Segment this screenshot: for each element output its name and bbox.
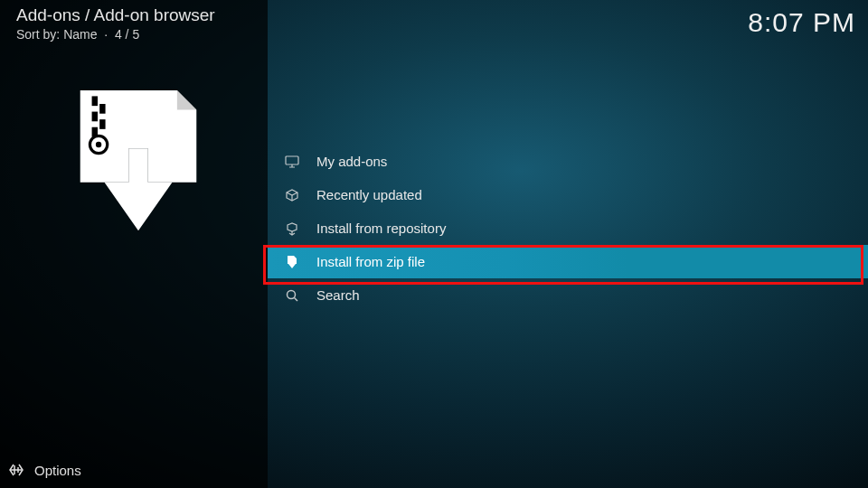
sort-separator: · [100,27,115,42]
repository-icon [284,221,300,237]
zip-file-icon [284,254,300,270]
item-counter: 4 / 5 [115,27,139,42]
options-button[interactable]: Options [0,452,268,488]
sort-label: Sort by: Name [16,27,97,42]
menu-item-label: Install from zip file [316,254,425,269]
sort-line: Sort by: Name · 4 / 5 [16,27,139,42]
search-icon [284,287,300,304]
box-icon [284,187,300,203]
svg-rect-1 [99,104,105,114]
sidebar: Options [0,0,268,488]
menu-item-install-zip[interactable]: Install from zip file [268,245,868,278]
svg-rect-2 [92,112,98,122]
svg-rect-7 [286,156,298,164]
options-label: Options [34,463,81,478]
menu-item-label: Search [316,287,360,303]
menu-item-install-repository[interactable]: Install from repository [268,211,868,245]
menu-item-recently-updated[interactable]: Recently updated [268,178,868,211]
svg-point-6 [96,142,101,147]
menu-item-label: My add-ons [316,154,387,169]
menu-list: My add-ons Recently updated Install from… [268,145,868,312]
clock: 8:07 PM [748,7,855,38]
menu-item-search[interactable]: Search [268,278,868,312]
menu-item-label: Install from repository [316,221,446,236]
menu-item-label: Recently updated [316,187,422,202]
svg-rect-0 [92,96,98,106]
monitor-icon [284,154,300,170]
menu-item-my-addons[interactable]: My add-ons [268,145,868,178]
sliders-icon [7,461,25,479]
breadcrumb: Add-ons / Add-on browser [16,5,215,25]
zip-download-icon [71,90,206,236]
svg-rect-3 [99,119,105,129]
svg-point-8 [288,290,296,298]
